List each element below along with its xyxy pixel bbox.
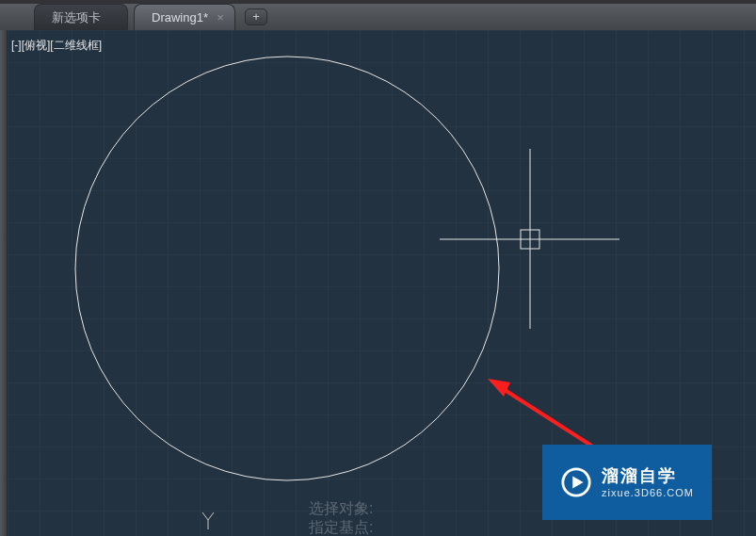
svg-rect-2 — [521, 230, 539, 249]
viewport-label: [-][俯视][二维线框] — [11, 38, 102, 54]
command-line-output: 指定基点: — [309, 518, 373, 536]
svg-marker-9 — [572, 476, 583, 488]
watermark: 溜溜自学 zixue.3D66.COM — [542, 445, 712, 520]
svg-marker-4 — [488, 379, 510, 397]
tab-label: Drawing1* — [152, 10, 208, 24]
watermark-url: zixue.3D66.COM — [602, 486, 694, 499]
close-icon[interactable]: × — [214, 11, 227, 24]
compass-icon — [202, 512, 214, 529]
svg-line-7 — [208, 512, 214, 520]
document-tab[interactable]: 新选项卡 — [34, 4, 128, 30]
play-icon — [560, 466, 592, 498]
left-gutter — [0, 30, 8, 536]
svg-line-6 — [202, 512, 208, 520]
new-tab-button[interactable]: + — [245, 8, 267, 25]
watermark-brand: 溜溜自学 — [602, 465, 694, 486]
circle-entity — [75, 57, 499, 480]
document-tab-bar: 新选项卡 Drawing1* × + — [0, 4, 756, 30]
crosshair-cursor — [440, 149, 619, 329]
plus-icon: + — [252, 9, 260, 24]
document-tab[interactable]: Drawing1* × — [134, 4, 235, 30]
workspace: [-][俯视][二维线框] 选择对象: 指定基点: — [0, 30, 756, 536]
tab-label: 新选项卡 — [52, 9, 101, 26]
command-line-output: 选择对象: — [309, 499, 373, 519]
drawing-canvas[interactable]: [-][俯视][二维线框] 选择对象: 指定基点: — [8, 30, 756, 536]
